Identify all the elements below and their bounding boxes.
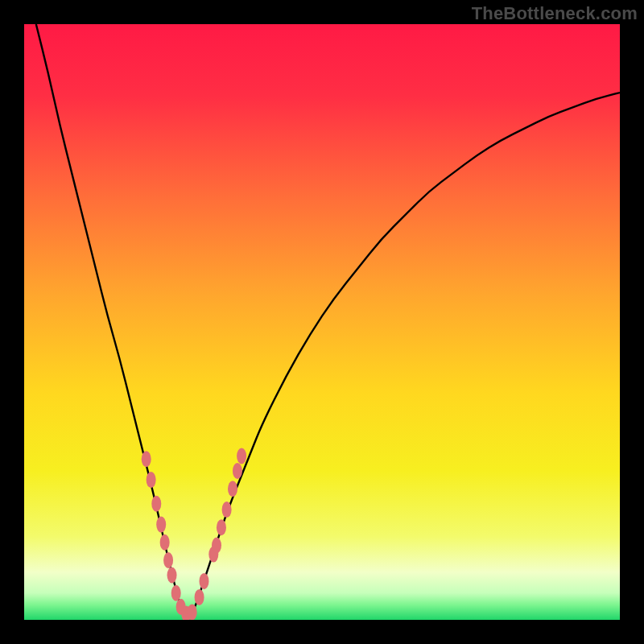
chart-frame: TheBottleneck.com bbox=[0, 0, 644, 644]
plot-area bbox=[24, 24, 620, 620]
right-curve bbox=[191, 93, 620, 617]
valley-markers bbox=[142, 448, 246, 621]
marker-dot bbox=[237, 448, 246, 464]
marker-dot bbox=[171, 585, 181, 601]
marker-dot bbox=[151, 496, 161, 512]
marker-dot bbox=[147, 472, 156, 488]
marker-dot bbox=[222, 502, 232, 518]
marker-dot bbox=[167, 568, 177, 584]
curve-layer bbox=[24, 24, 620, 620]
marker-dot bbox=[199, 573, 208, 589]
marker-dot bbox=[156, 517, 166, 533]
marker-dot bbox=[217, 519, 226, 535]
marker-dot bbox=[233, 463, 242, 479]
marker-dot bbox=[228, 481, 237, 497]
marker-dot bbox=[188, 604, 197, 620]
watermark-text: TheBottleneck.com bbox=[472, 3, 638, 24]
marker-dot bbox=[142, 451, 151, 467]
marker-dot bbox=[160, 535, 170, 551]
marker-dot bbox=[195, 589, 204, 605]
marker-dot bbox=[212, 538, 221, 554]
marker-dot bbox=[163, 552, 173, 568]
